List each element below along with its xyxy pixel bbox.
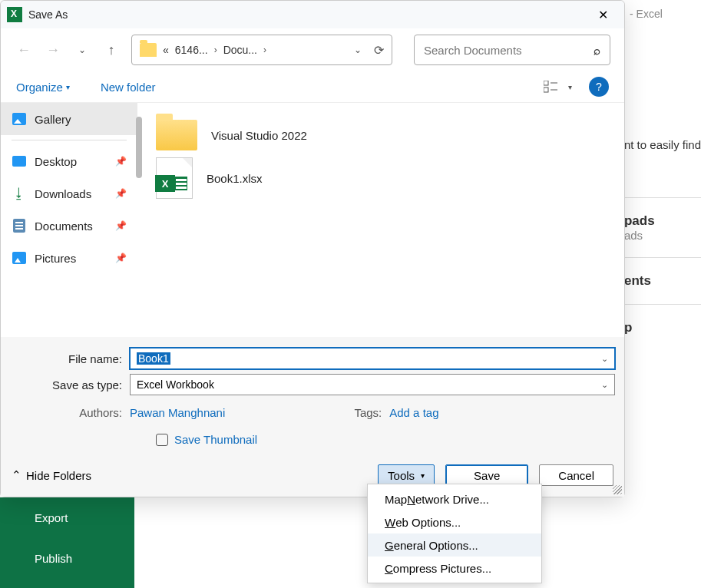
crumb-2[interactable]: Docu...	[223, 44, 257, 56]
close-button[interactable]: ✕	[587, 3, 618, 26]
menu-item-web-options[interactable]: Web Options...	[368, 510, 541, 533]
save-thumbnail-checkbox[interactable]	[156, 434, 168, 446]
bottom-panel: File name: Book1 ⌄ Save as type: Excel W…	[1, 337, 624, 457]
file-label: Visual Studio 2022	[211, 129, 307, 142]
save-type-field[interactable]: Excel Workbook ⌄	[130, 374, 615, 395]
titlebar: Save As ✕	[1, 1, 624, 28]
pin-icon[interactable]: 📌	[115, 188, 127, 199]
bg-item-2: ents	[624, 273, 701, 289]
pin-icon[interactable]: 📌	[115, 253, 127, 263]
save-type-value: Excel Workbook	[137, 378, 214, 391]
organize-button[interactable]: Organize ▾	[16, 81, 70, 94]
chevron-down-icon: ▾	[66, 83, 70, 91]
bg-nav-export[interactable]: Export	[0, 497, 134, 538]
svg-rect-1	[544, 88, 548, 92]
file-list: Visual Studio 2022 X Book1.xlsx	[137, 103, 624, 337]
search-box[interactable]: ⌕	[414, 35, 610, 65]
bg-item-3: p	[624, 320, 701, 335]
file-name-label: File name:	[10, 352, 130, 365]
document-icon	[13, 219, 25, 233]
chevron-down-icon[interactable]: ⌄	[601, 354, 608, 364]
download-icon: ⭳	[12, 187, 26, 200]
organize-label: Organize	[16, 81, 63, 94]
tools-label: Tools	[388, 469, 415, 482]
sidebar-label-documents: Documents	[35, 220, 93, 233]
back-button[interactable]: ←	[15, 41, 33, 59]
pin-icon[interactable]: 📌	[115, 156, 127, 167]
sidebar-item-gallery[interactable]: Gallery	[1, 103, 137, 135]
desktop-icon	[12, 156, 26, 167]
gallery-icon	[12, 113, 26, 125]
list-item-folder[interactable]: Visual Studio 2022	[145, 114, 617, 157]
svg-rect-0	[544, 81, 548, 85]
hide-folders-button[interactable]: ⌃ Hide Folders	[12, 468, 91, 482]
menu-item-general-options[interactable]: General Options...	[368, 533, 541, 557]
crumb-sep-1: ›	[214, 45, 217, 55]
pin-icon[interactable]: 📌	[115, 220, 127, 231]
background-right-panel: nt to easily find pads ads ents p	[617, 138, 701, 351]
save-type-label: Save as type:	[10, 378, 130, 391]
chevron-down-icon: ▾	[421, 471, 425, 480]
dialog-title: Save As	[28, 8, 587, 21]
background-green-nav: Export Publish	[0, 497, 134, 588]
pictures-icon	[12, 252, 26, 264]
save-thumbnail-label[interactable]: Save Thumbnail	[174, 433, 257, 446]
folder-icon	[140, 43, 157, 57]
save-button[interactable]: Save	[445, 464, 528, 486]
resize-grip[interactable]	[613, 485, 622, 494]
view-options-button[interactable]	[537, 76, 564, 97]
bg-nav-publish[interactable]: Publish	[0, 538, 134, 579]
refresh-button[interactable]: ⟳	[374, 43, 384, 58]
menu-item-map-network-drive[interactable]: Map Network Drive...	[368, 487, 541, 510]
toolbar: Organize ▾ New folder ▾ ?	[1, 71, 624, 102]
file-name-field[interactable]: Book1 ⌄	[130, 348, 615, 369]
sidebar: Gallery Desktop 📌 ⭳ Downloads 📌 Document…	[1, 103, 137, 337]
sidebar-separator	[12, 140, 127, 140]
new-folder-button[interactable]: New folder	[101, 81, 156, 94]
forward-button[interactable]: →	[44, 41, 62, 59]
chevron-down-icon[interactable]: ⌄	[601, 380, 608, 390]
folder-icon	[156, 120, 197, 150]
sidebar-label-downloads: Downloads	[35, 187, 91, 200]
address-bar[interactable]: « 6146... › Docu... › ⌄ ⟳	[131, 35, 392, 65]
crumb-prefix: «	[163, 44, 169, 56]
cancel-button[interactable]: Cancel	[539, 464, 613, 486]
sidebar-item-downloads[interactable]: ⭳ Downloads 📌	[1, 177, 137, 210]
crumb-1[interactable]: 6146...	[175, 44, 208, 56]
search-icon[interactable]: ⌕	[594, 44, 600, 57]
address-dropdown-icon[interactable]: ⌄	[354, 45, 362, 55]
file-name-value: Book1	[137, 352, 170, 365]
save-as-dialog: Save As ✕ ← → ⌄ ↑ « 6146... › Docu... › …	[0, 0, 625, 497]
sidebar-item-pictures[interactable]: Pictures 📌	[1, 242, 137, 274]
sidebar-scrollbar[interactable]	[136, 117, 142, 178]
sidebar-label-desktop: Desktop	[35, 155, 77, 168]
sidebar-label-pictures: Pictures	[35, 252, 76, 265]
background-hint: nt to easily find	[617, 138, 701, 151]
authors-value[interactable]: Pawan Manghnani	[130, 406, 225, 419]
sidebar-item-documents[interactable]: Documents 📌	[1, 210, 137, 242]
tools-button[interactable]: Tools ▾	[378, 464, 435, 486]
tools-menu: Map Network Drive... Web Options... Gene…	[367, 484, 542, 583]
crumb-sep-2: ›	[263, 45, 266, 55]
background-app-title: - Excel	[630, 8, 663, 20]
help-button[interactable]: ?	[589, 77, 609, 97]
tags-label: Tags:	[348, 406, 389, 419]
tags-value[interactable]: Add a tag	[389, 406, 438, 419]
chevron-up-icon: ⌃	[12, 468, 21, 482]
up-button[interactable]: ↑	[102, 41, 121, 59]
bg-item-1b: ads	[624, 229, 701, 242]
menu-item-compress-pictures[interactable]: Compress Pictures...	[368, 557, 541, 580]
hide-folders-label: Hide Folders	[26, 469, 91, 482]
nav-bar: ← → ⌄ ↑ « 6146... › Docu... › ⌄ ⟳ ⌕	[1, 28, 624, 71]
sidebar-label-gallery: Gallery	[35, 113, 71, 126]
file-label: Book1.xlsx	[207, 172, 263, 185]
recent-dropdown[interactable]: ⌄	[73, 41, 91, 59]
view-dropdown-icon[interactable]: ▾	[564, 76, 575, 97]
excel-app-icon	[7, 7, 22, 22]
authors-label: Authors:	[10, 406, 130, 419]
xlsx-file-icon: X	[156, 157, 193, 199]
search-input[interactable]	[424, 44, 594, 57]
bg-item-1: pads	[624, 213, 701, 229]
sidebar-item-desktop[interactable]: Desktop 📌	[1, 145, 137, 177]
list-item-file[interactable]: X Book1.xlsx	[145, 157, 617, 200]
